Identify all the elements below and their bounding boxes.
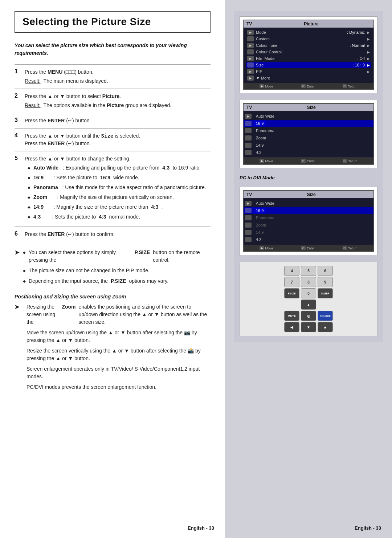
row-value: : Dynamic (347, 30, 365, 34)
remote-btn-7[interactable]: 7 (284, 277, 299, 287)
zoom-section: Positioning and Sizing the screen using … (15, 294, 211, 394)
size-item-dimmed: Panorama (254, 215, 277, 221)
menu-icon (245, 135, 252, 140)
size-item: 4:3 (254, 237, 264, 242)
pc-dvi-label: PC to DVI Mode (240, 175, 377, 180)
list-item: Zoom : Magnify the size of the picture v… (28, 193, 211, 201)
zoom-bullet-item: Resizing the screen using the Zoom enabl… (26, 303, 211, 326)
note-item: You can select these options by simply p… (23, 249, 211, 264)
remote-row: 7 8 9 (284, 277, 333, 287)
remote-btn-up[interactable]: ▲ (301, 299, 316, 310)
remote-btn-left[interactable]: ◀ (284, 322, 299, 332)
menu-body: ▶ Auto Wide 16:9 Panorama (244, 198, 373, 245)
footer-item: ↵ Enter (301, 159, 315, 163)
remote-btn-center[interactable]: ◎ (301, 311, 316, 321)
remote-btn-0[interactable]: 0 (301, 288, 316, 298)
menu-footer: ◆ Move ↵ Enter □ Return (244, 158, 373, 164)
list-item: Panorama : Use this mode for the wide as… (28, 184, 211, 191)
footer-icon: ↵ (301, 84, 306, 88)
step-number: 3 (15, 113, 25, 129)
footer-label: Move (265, 85, 273, 88)
footer-label: Enter (307, 159, 315, 163)
page-footer: English - 33 (188, 525, 214, 531)
menu-row: ▶ ▼ More (246, 75, 371, 81)
menu-icon (245, 208, 252, 213)
table-row: 3 Press the ENTER (↵) button. (15, 113, 211, 129)
menu-body: ▶ Auto Wide 16:9 Panorama (244, 111, 373, 158)
footer-label: Move (265, 159, 273, 163)
footer-item: □ Return (343, 159, 358, 163)
remote-row: MUTE ◎ SOURCE (284, 311, 333, 321)
arrow-icon: ▶ (367, 70, 370, 74)
footer-item: □ Return (343, 246, 358, 250)
footer-icon: ◆ (260, 84, 264, 88)
right-sidebar: TV Picture ▶ Mode : Dynamic ▶ (225, 0, 392, 538)
arrow-icon: ▶ (367, 50, 370, 54)
row-label: Mode (256, 30, 345, 34)
zoom-bullet-item: Move the screen up/down using the ▲ or ▼… (26, 329, 211, 344)
step-number: 2 (15, 89, 25, 113)
remote-btn-4[interactable]: 4 (284, 266, 299, 276)
section-label: Picture (304, 21, 319, 27)
size-item: Zoom (254, 135, 268, 141)
remote-btn-mute[interactable]: MUTE (284, 311, 299, 321)
menu-header: TV Size (244, 191, 373, 198)
menu-row: Panorama (244, 214, 373, 221)
menu-row: Custom ▶ (246, 36, 371, 42)
size-menu-wrapper: TV Size ▶ Auto Wide 16:9 (240, 100, 377, 168)
remote-container: 4 5 6 7 8 9 P.SIZE 0 SLEEP (240, 262, 377, 336)
step-number: 1 (15, 65, 25, 89)
footer-icon: ↵ (301, 246, 306, 250)
size-item: Auto Wide (254, 200, 277, 206)
remote-btn-psize[interactable]: P.SIZE (284, 288, 299, 298)
menu-body: ▶ Mode : Dynamic ▶ Custom ▶ ▶ (244, 28, 373, 83)
note-item: The picture size can not be changed in t… (23, 267, 211, 274)
footer-item: ↵ Enter (301, 246, 315, 250)
row-label: Film Mode (256, 56, 355, 61)
menu-icon: ▶ (247, 76, 254, 81)
row-value: : Off (357, 56, 365, 61)
menu-icon (245, 230, 252, 235)
table-row: 6 Press the ENTER (↵) button to confirm. (15, 227, 211, 242)
arrow-icon: ▶ (367, 63, 370, 67)
remote-btn-down[interactable]: ▼ (301, 322, 316, 332)
steps-table: 1 Press the MENU (□□□) button. Result: T… (15, 64, 211, 242)
remote-btn-sleep[interactable]: SLEEP (318, 288, 333, 298)
table-row: 2 Press the ▲ or ▼ button to select Pict… (15, 89, 211, 113)
size-item: 4:3 (254, 150, 264, 155)
step-number: 4 (15, 129, 25, 151)
remote-btn-right[interactable]: ■ (318, 322, 333, 332)
menu-row: ▶ PIP ▶ (246, 68, 371, 75)
footer-item: ◆ Move (260, 84, 273, 88)
note-bullets: You can select these options by simply p… (23, 249, 211, 288)
remote-row: P.SIZE 0 SLEEP (284, 288, 333, 298)
remote-btn-5[interactable]: 5 (301, 266, 316, 276)
step-content: Press the MENU (□□□) button. Result: The… (25, 65, 211, 89)
menu-icon (247, 49, 254, 54)
step-content: Press the ▲ or ▼ button to change the se… (25, 151, 211, 227)
result-label: Result: (25, 77, 41, 85)
menu-row: Colour Control ▶ (246, 49, 371, 55)
remote-btn-6[interactable]: 6 (318, 266, 333, 276)
row-label: Colour Tone (256, 43, 347, 48)
title-box: Selecting the Picture Size (15, 11, 211, 33)
menu-row: ▶ Auto Wide (244, 113, 373, 120)
step-content: Press the ▲ or ▼ button until the Size i… (25, 129, 211, 151)
table-row: 4 Press the ▲ or ▼ button until the Size… (15, 129, 211, 151)
footer-item: □ Return (343, 84, 358, 88)
menu-row-highlighted: Size : 16 : 9 ▶ (246, 62, 371, 68)
remote-btn-9[interactable]: 9 (318, 277, 333, 287)
step-number: 6 (15, 227, 25, 242)
picture-menu-wrapper: TV Picture ▶ Mode : Dynamic ▶ (240, 16, 377, 93)
menu-icon (245, 237, 252, 242)
remote-btn-source[interactable]: SOURCE (318, 311, 333, 321)
row-label: ▼ More (256, 76, 370, 80)
remote-btn-8[interactable]: 8 (301, 277, 316, 287)
size-menu-dvi-wrapper: TV Size ▶ Auto Wide 16:9 (240, 187, 377, 255)
remote-keypad: 4 5 6 7 8 9 P.SIZE 0 SLEEP (284, 266, 333, 332)
menu-row: Panorama (244, 127, 373, 134)
main-content: Selecting the Picture Size You can selec… (0, 0, 225, 538)
section-label: Size (307, 105, 316, 110)
size-item: Auto Wide (254, 113, 277, 119)
list-item: 16:9 : Sets the picture to 16:9 wide mod… (28, 174, 211, 182)
